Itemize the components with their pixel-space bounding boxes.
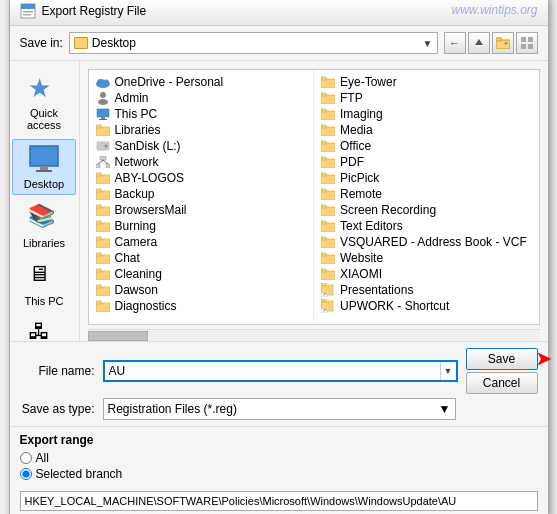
list-item[interactable]: Office	[316, 138, 537, 154]
file-name: This PC	[115, 107, 158, 121]
cancel-button[interactable]: Cancel	[466, 372, 538, 394]
up-button[interactable]	[468, 32, 490, 54]
radio-selected-row: Selected branch	[20, 467, 538, 481]
list-item[interactable]: FTP	[316, 90, 537, 106]
svg-rect-34	[96, 189, 101, 192]
desktop-icon	[28, 144, 60, 176]
back-button[interactable]: ←	[444, 32, 466, 54]
list-item[interactable]: Imaging	[316, 106, 537, 122]
file-icon	[320, 139, 336, 153]
list-item[interactable]: Media	[316, 122, 537, 138]
list-item[interactable]: Website	[316, 250, 537, 266]
file-list-inner: OneDrive - PersonalAdminThis PCLibraries…	[89, 70, 539, 324]
svg-rect-20	[101, 117, 105, 119]
svg-rect-28	[106, 164, 110, 168]
file-name: Eye-Tower	[340, 75, 397, 89]
radio-all[interactable]	[20, 452, 32, 464]
list-item[interactable]: OneDrive - Personal	[91, 74, 312, 90]
save-button[interactable]: Save ➤	[466, 348, 538, 370]
svg-rect-9	[521, 44, 526, 49]
filename-input[interactable]	[105, 362, 440, 380]
horizontal-scrollbar[interactable]	[88, 329, 540, 341]
svg-rect-66	[321, 205, 326, 208]
svg-rect-10	[528, 44, 533, 49]
registry-path-input[interactable]	[20, 491, 538, 511]
list-item[interactable]: ABY-LOGOS	[91, 170, 312, 186]
svg-rect-60	[321, 157, 326, 160]
file-icon	[320, 75, 336, 89]
svg-point-16	[103, 80, 109, 85]
file-icon	[95, 283, 111, 297]
list-item[interactable]: Libraries	[91, 122, 312, 138]
file-icon	[95, 91, 111, 105]
radio-selected[interactable]	[20, 468, 32, 480]
list-item[interactable]: Cleaning	[91, 266, 312, 282]
file-name: Burning	[115, 219, 156, 233]
sidebar-item-quick-access[interactable]: Quick access	[12, 69, 76, 135]
svg-rect-50	[321, 77, 326, 80]
svg-rect-33	[96, 191, 110, 200]
sidebar-item-label-thispc: This PC	[24, 295, 63, 307]
list-item[interactable]: Remote	[316, 186, 537, 202]
view-button[interactable]	[516, 32, 538, 54]
sidebar-item-this-pc[interactable]: This PC	[12, 257, 76, 311]
svg-rect-67	[321, 223, 335, 232]
file-name: Text Editors	[340, 219, 403, 233]
file-icon	[320, 251, 336, 265]
list-item[interactable]: BrowsersMail	[91, 202, 312, 218]
list-item[interactable]: XIAOMI	[316, 266, 537, 282]
svg-rect-47	[96, 303, 110, 312]
file-name: Camera	[115, 235, 158, 249]
svg-point-18	[98, 99, 108, 105]
list-item[interactable]: SanDisk (L:)	[91, 138, 312, 154]
file-name: Dawson	[115, 283, 158, 297]
svg-rect-12	[40, 166, 48, 170]
list-item[interactable]: Eye-Tower	[316, 74, 537, 90]
file-name-label: File name:	[20, 364, 95, 378]
list-item[interactable]: Backup	[91, 186, 312, 202]
filename-dropdown-arrow[interactable]: ▼	[440, 362, 456, 380]
watermark: www.wintips.org	[451, 3, 537, 17]
save-as-type-combo[interactable]: Registration Files (*.reg) ▼	[103, 398, 456, 420]
left-nav-panel: Quick access Desktop Libraries This P	[10, 61, 80, 341]
list-item[interactable]: Network	[91, 154, 312, 170]
file-icon	[95, 203, 111, 217]
new-folder-button[interactable]: +	[492, 32, 514, 54]
svg-rect-55	[321, 127, 335, 136]
list-item[interactable]: Chat	[91, 250, 312, 266]
list-item[interactable]: Dawson	[91, 282, 312, 298]
list-item[interactable]: Admin	[91, 90, 312, 106]
list-item[interactable]: ↗Presentations	[316, 282, 537, 298]
svg-rect-57	[321, 143, 335, 152]
arrow-indicator: ➤	[536, 348, 551, 370]
list-item[interactable]: Diagnostics	[91, 298, 312, 314]
svg-rect-53	[321, 111, 335, 120]
svg-rect-40	[96, 237, 101, 240]
list-item[interactable]: Screen Recording	[316, 202, 537, 218]
file-name: Office	[340, 139, 371, 153]
file-icon	[320, 203, 336, 217]
sidebar-item-libraries[interactable]: Libraries	[12, 199, 76, 253]
file-icon: ↗	[320, 299, 336, 313]
save-in-label: Save in:	[20, 36, 63, 50]
list-item[interactable]: PicPick	[316, 170, 537, 186]
list-item[interactable]: PDF	[316, 154, 537, 170]
list-item[interactable]: VSQUARED - Address Book - VCF	[316, 234, 537, 250]
nav-buttons: ← +	[444, 32, 538, 54]
save-in-combo[interactable]: Desktop ▼	[69, 32, 438, 54]
filename-combo[interactable]: ▼	[103, 360, 458, 382]
sidebar-item-desktop[interactable]: Desktop	[12, 139, 76, 195]
svg-rect-64	[321, 189, 326, 192]
file-icon	[95, 251, 111, 265]
list-item[interactable]: ↗UPWORK - Shortcut	[316, 298, 537, 314]
svg-rect-21	[99, 119, 107, 120]
list-item[interactable]: Camera	[91, 234, 312, 250]
list-item[interactable]: Text Editors	[316, 218, 537, 234]
list-item[interactable]: This PC	[91, 106, 312, 122]
scrollbar-thumb[interactable]	[88, 331, 148, 341]
list-item[interactable]: Burning	[91, 218, 312, 234]
file-name: Website	[340, 251, 383, 265]
svg-rect-80	[321, 299, 326, 302]
svg-rect-52	[321, 93, 326, 96]
svg-rect-69	[321, 239, 335, 248]
